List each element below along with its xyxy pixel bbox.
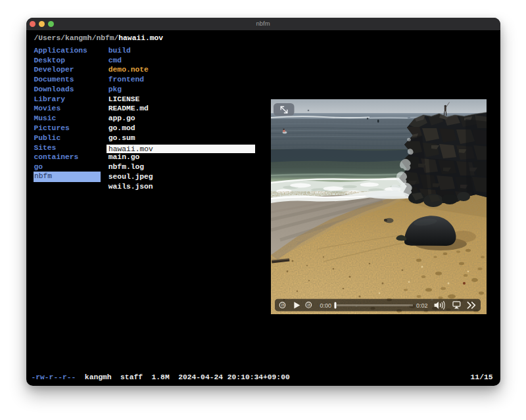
svg-text:15: 15 (281, 304, 285, 307)
svg-text:0:02: 0:02 (416, 302, 428, 309)
svg-text:0:00: 0:00 (320, 302, 332, 309)
svg-text:15: 15 (307, 304, 311, 307)
